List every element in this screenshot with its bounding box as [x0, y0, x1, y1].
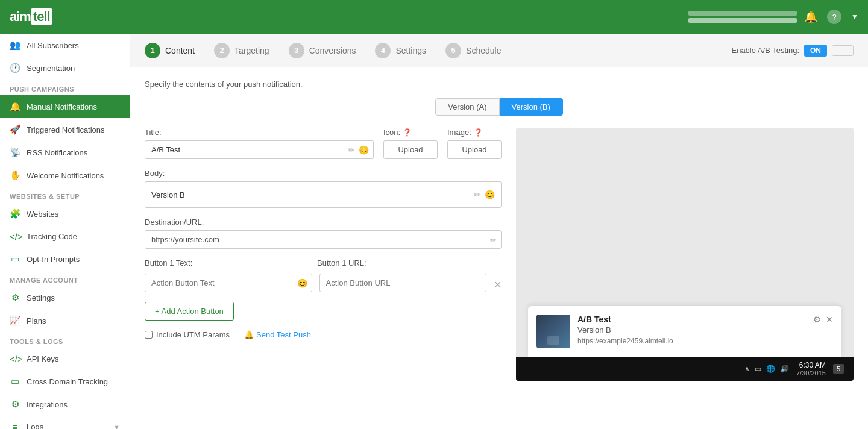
tracking-code-icon: </>	[10, 231, 20, 242]
icon-upload-button[interactable]: Upload	[383, 140, 438, 159]
body-emoji-icon[interactable]: 😊	[485, 190, 495, 199]
btn1-url-input[interactable]	[319, 274, 487, 292]
notification-subtitle: Version B	[577, 325, 833, 334]
ab-toggle-box[interactable]	[832, 45, 854, 56]
main-content: 1 Content 2 Targeting 3 Conversions 4 Se…	[130, 34, 868, 429]
opt-in-icon: ▭	[10, 254, 20, 265]
websites-setup-section: WEBSITES & SETUP	[0, 187, 130, 202]
body-value: Version B	[151, 190, 185, 199]
sidebar-item-opt-in-prompts[interactable]: ▭ Opt-In Prompts	[0, 248, 130, 271]
btn1-url-group: Button 1 URL:	[317, 258, 482, 271]
icon-field-group: Icon: ❓ Upload	[383, 128, 438, 159]
sidebar-item-settings[interactable]: ⚙ Settings	[0, 286, 130, 309]
sidebar-item-plans[interactable]: 📈 Plans	[0, 309, 130, 332]
body-label: Body:	[145, 169, 502, 178]
step-5-circle: 5	[445, 43, 461, 58]
ab-toggle-on[interactable]: ON	[804, 45, 827, 57]
add-action-button[interactable]: + Add Action Button	[145, 302, 234, 321]
step-4-circle: 4	[375, 43, 391, 58]
sidebar-item-tracking-code[interactable]: </> Tracking Code	[0, 225, 130, 248]
sidebar-item-rss-notifications[interactable]: 📡 RSS Notifications	[0, 141, 130, 164]
step-2-circle: 2	[214, 43, 230, 58]
header-right: 🔔 ? ▼	[688, 10, 858, 24]
image-help-icon[interactable]: ❓	[474, 128, 483, 137]
taskbar-time: 6:30 AM 7/30/2015	[796, 361, 826, 377]
title-edit-icon[interactable]: ✏	[348, 145, 355, 155]
notification-card: A/B Test Version B https://example2459.a…	[528, 306, 841, 357]
title-input[interactable]	[145, 140, 374, 159]
sidebar-item-all-subscribers[interactable]: 👥 All Subscribers	[0, 34, 130, 57]
icon-label: Icon: ❓	[383, 128, 438, 137]
version-a-tab[interactable]: Version (A)	[435, 98, 499, 116]
logo-bracket: tell	[31, 8, 52, 25]
taskbar-badge: 5	[833, 364, 844, 374]
taskbar-chevron-icon: ∧	[744, 365, 750, 373]
sidebar-item-cross-domain[interactable]: ▭ Cross Domain Tracking	[0, 370, 130, 393]
sidebar-item-segmentation[interactable]: 🕐 Segmentation	[0, 57, 130, 80]
destination-edit-icon[interactable]: ✏	[490, 235, 497, 244]
destination-input[interactable]	[145, 230, 502, 249]
account-dropdown[interactable]: ▼	[851, 13, 858, 21]
title-input-icons: ✏ 😊	[348, 145, 369, 155]
step-1-label: Content	[165, 46, 195, 55]
notification-title: A/B Test	[577, 315, 833, 324]
btn1-text-input[interactable]	[145, 274, 312, 292]
notification-url: https://example2459.aimtell.io	[577, 337, 833, 345]
sidebar-item-welcome-notifications[interactable]: ✋ Welcome Notifications	[0, 164, 130, 187]
title-emoji-icon[interactable]: 😊	[359, 145, 369, 155]
image-field-group: Image: ❓ Upload	[447, 128, 502, 159]
sidebar-item-manual-notifications[interactable]: 🔔 Manual Notifications	[0, 95, 130, 118]
logs-icon: ≡	[10, 422, 20, 429]
wizard-step-schedule[interactable]: 5 Schedule	[445, 43, 501, 58]
subscribers-icon: 👥	[10, 40, 20, 51]
step-4-label: Settings	[395, 46, 426, 55]
step-5-label: Schedule	[466, 46, 501, 55]
notif-close-icon[interactable]: ✕	[826, 315, 833, 324]
image-label: Image: ❓	[447, 128, 502, 137]
app-logo: aimtell	[10, 9, 52, 25]
wizard-step-conversions[interactable]: 3 Conversions	[289, 43, 356, 58]
version-b-tab[interactable]: Version (B)	[500, 98, 563, 116]
notification-actions: ⚙ ✕	[813, 315, 833, 324]
notification-thumbnail	[536, 315, 570, 348]
notif-gear-icon[interactable]: ⚙	[813, 315, 821, 324]
body-edit-icon[interactable]: ✏	[474, 190, 481, 199]
preview-notification: A/B Test Version B https://example2459.a…	[516, 306, 854, 381]
header-icons: 🔔 ? ▼	[804, 10, 858, 24]
taskbar-volume-icon: 🔊	[780, 365, 789, 373]
sidebar-item-websites[interactable]: 🧩 Websites	[0, 202, 130, 225]
form-right: A/B Test Version B https://example2459.a…	[516, 128, 854, 381]
sidebar-item-integrations[interactable]: ⚙ Integrations	[0, 393, 130, 416]
utm-params-checkbox-label[interactable]: Include UTM Params	[145, 330, 230, 339]
form-area: Specify the contents of your push notifi…	[130, 67, 868, 393]
send-test-push-button[interactable]: 🔔 Send Test Push	[244, 330, 311, 339]
body-field-group: Body: Version B ✏ 😊	[145, 169, 502, 208]
bell-filled-icon: 🔔	[10, 101, 20, 112]
sidebar-item-logs[interactable]: ≡ Logs ▼	[0, 416, 130, 429]
notification-body: A/B Test Version B https://example2459.a…	[577, 315, 833, 345]
sidebar-item-triggered-notifications[interactable]: 🚀 Triggered Notifications	[0, 118, 130, 141]
cross-domain-icon: ▭	[10, 376, 20, 387]
version-tabs: Version (A) Version (B)	[145, 98, 854, 116]
wizard-step-targeting[interactable]: 2 Targeting	[214, 43, 269, 58]
bell-icon[interactable]: 🔔	[804, 10, 817, 23]
sidebar-item-api-keys[interactable]: </> API Keys	[0, 348, 130, 370]
triggered-icon: 🚀	[10, 124, 20, 135]
form-description: Specify the contents of your push notifi…	[145, 80, 854, 89]
btn1-remove-button[interactable]: ✕	[494, 279, 502, 290]
wizard-step-settings[interactable]: 4 Settings	[375, 43, 426, 58]
icon-help-icon[interactable]: ❓	[403, 128, 412, 137]
sidebar: 👥 All Subscribers 🕐 Segmentation PUSH CA…	[0, 34, 130, 429]
destination-field-group: Destination/URL: ✏	[145, 218, 502, 249]
wizard-step-content[interactable]: 1 Content	[145, 43, 195, 58]
utm-params-checkbox[interactable]	[145, 331, 153, 339]
btn1-emoji-icon[interactable]: 😊	[297, 278, 307, 288]
rss-icon: 📡	[10, 147, 20, 158]
settings-icon: ⚙	[10, 292, 20, 303]
body-field-wrapper: Version B ✏ 😊	[145, 181, 502, 208]
title-input-wrapper: ✏ 😊	[145, 140, 374, 159]
help-icon[interactable]: ?	[827, 10, 841, 24]
destination-input-wrapper: ✏	[145, 230, 502, 249]
app-header: aimtell 🔔 ? ▼	[0, 0, 868, 34]
image-upload-button[interactable]: Upload	[447, 140, 502, 159]
